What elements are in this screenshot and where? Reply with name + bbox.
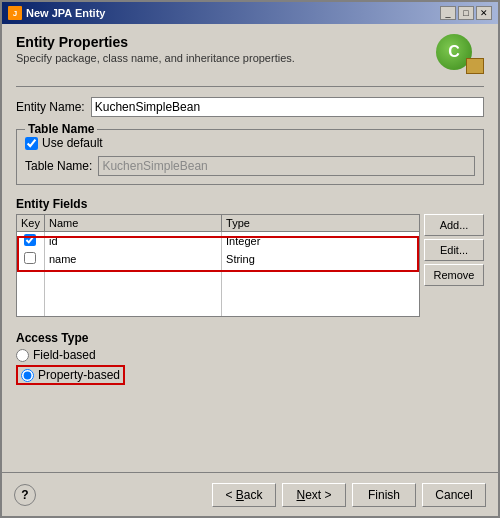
minimize-button[interactable]: _ [440, 6, 456, 20]
bottom-buttons: < Back Next > Finish Cancel [212, 483, 486, 507]
property-based-radio[interactable] [21, 369, 34, 382]
use-default-checkbox[interactable] [25, 137, 38, 150]
remove-button[interactable]: Remove [424, 264, 484, 286]
type-cell-2: String [222, 250, 419, 268]
table-header-row: Key Name Type [17, 215, 419, 232]
key-cell-2 [17, 250, 44, 268]
main-window: J New JPA Entity _ □ ✕ Entity Properties… [0, 0, 500, 518]
page-subtitle: Specify package, class name, and inherit… [16, 52, 295, 64]
col-type: Type [222, 215, 419, 232]
col-key: Key [17, 215, 44, 232]
property-based-label: Property-based [38, 368, 120, 382]
fields-container: Key Name Type id Integer [16, 214, 484, 317]
entity-name-input[interactable] [91, 97, 484, 117]
cancel-button[interactable]: Cancel [422, 483, 486, 507]
table-name-group-title: Table Name [25, 122, 97, 136]
property-based-row: Property-based [16, 365, 484, 385]
header-logo [436, 34, 484, 74]
entity-fields-label: Entity Fields [16, 197, 484, 211]
key-checkbox-2[interactable] [24, 252, 36, 264]
title-bar: J New JPA Entity _ □ ✕ [2, 2, 498, 24]
window-icon: J [8, 6, 22, 20]
use-default-row: Use default [25, 136, 475, 150]
key-checkbox-1[interactable] [24, 234, 36, 246]
edit-button[interactable]: Edit... [424, 239, 484, 261]
next-label: Next > [296, 488, 331, 502]
back-button[interactable]: < Back [212, 483, 276, 507]
content-area: Entity Properties Specify package, class… [2, 24, 498, 472]
field-based-row: Field-based [16, 348, 484, 362]
table-name-row: Table Name: [25, 156, 475, 176]
close-button[interactable]: ✕ [476, 6, 492, 20]
page-header-text: Entity Properties Specify package, class… [16, 34, 295, 64]
bottom-bar: ? < Back Next > Finish Cancel [2, 472, 498, 516]
table-row[interactable]: id Integer [17, 232, 419, 251]
page-header: Entity Properties Specify package, class… [16, 34, 484, 74]
next-button[interactable]: Next > [282, 483, 346, 507]
finish-button[interactable]: Finish [352, 483, 416, 507]
window-title: New JPA Entity [26, 7, 105, 19]
table-name-input[interactable] [98, 156, 475, 176]
table-row-empty-2 [17, 284, 419, 300]
type-cell-1: Integer [222, 232, 419, 251]
access-type-section: Access Type Field-based Property-based [16, 331, 484, 388]
maximize-button[interactable]: □ [458, 6, 474, 20]
table-name-group: Table Name Use default Table Name: [16, 129, 484, 185]
help-button[interactable]: ? [14, 484, 36, 506]
title-bar-left: J New JPA Entity [8, 6, 105, 20]
table-row-empty-1 [17, 268, 419, 284]
use-default-label: Use default [42, 136, 103, 150]
field-buttons: Add... Edit... Remove [424, 214, 484, 317]
add-button[interactable]: Add... [424, 214, 484, 236]
bottom-left: ? [14, 484, 36, 506]
entity-fields-section: Entity Fields Key Name Type [16, 197, 484, 317]
field-based-label: Field-based [33, 348, 96, 362]
table-row[interactable]: name String [17, 250, 419, 268]
back-label: < Back [225, 488, 262, 502]
property-based-selected-box: Property-based [16, 365, 125, 385]
access-type-label: Access Type [16, 331, 484, 345]
table-name-label: Table Name: [25, 159, 92, 173]
logo-box [466, 58, 484, 74]
name-cell-1: id [44, 232, 221, 251]
entity-name-row: Entity Name: [16, 97, 484, 117]
table-row-empty-3 [17, 300, 419, 316]
title-bar-controls: _ □ ✕ [440, 6, 492, 20]
page-title: Entity Properties [16, 34, 295, 50]
key-cell-1 [17, 232, 44, 251]
field-based-radio[interactable] [16, 349, 29, 362]
entity-name-label: Entity Name: [16, 100, 85, 114]
col-name: Name [44, 215, 221, 232]
fields-table: Key Name Type id Integer [17, 215, 419, 316]
fields-table-wrapper: Key Name Type id Integer [16, 214, 420, 317]
header-divider [16, 86, 484, 87]
name-cell-2: name [44, 250, 221, 268]
